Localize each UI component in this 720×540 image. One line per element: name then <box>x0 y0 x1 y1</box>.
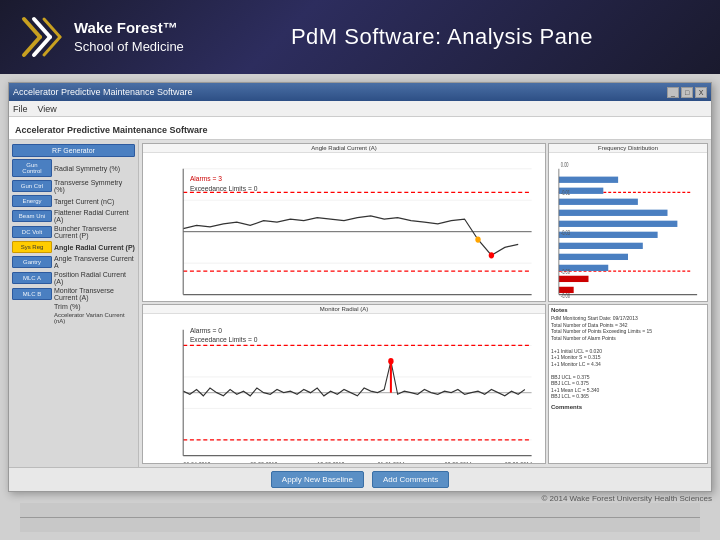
svg-text:06-04-2013: 06-04-2013 <box>183 462 210 464</box>
sidebar-btn-energy[interactable]: Energy <box>12 195 52 207</box>
svg-text:09-22-2013: 09-22-2013 <box>250 300 277 302</box>
svg-point-59 <box>388 358 393 364</box>
svg-text:02-20-2014: 02-20-2014 <box>438 300 466 302</box>
svg-text:08-24-2013: 08-24-2013 <box>183 300 210 302</box>
sidebar-row-mlca: MLC A Position Radial Current (A) <box>12 271 135 285</box>
copyright-text: © 2014 Wake Forest University Health Sci… <box>8 494 712 503</box>
comments-title: Comments <box>551 404 705 410</box>
sidebar-row-mlcb: MLC B Monitor Transverse Current (A) <box>12 287 135 301</box>
maximize-button[interactable]: □ <box>681 87 693 98</box>
logo-text: Wake Forest™ School of Medicine <box>74 17 184 56</box>
top-chart-title: Angle Radial Current (A) <box>143 144 545 153</box>
sidebar-btn-radial-symmetry[interactable]: Gun Control <box>12 159 52 177</box>
app-title-bar: Accelerator Predictive Maintenance Softw… <box>9 117 711 140</box>
sidebar-btn-gantry[interactable]: Gantry <box>12 256 52 268</box>
sidebar-label-angle-trans: Angle Transverse Current A <box>54 255 135 269</box>
svg-text:Exceedance Limits = 0: Exceedance Limits = 0 <box>190 183 258 193</box>
sidebar-label-transverse: Transverse Symmetry (%) <box>54 179 135 193</box>
menu-view[interactable]: View <box>38 104 57 114</box>
svg-rect-39 <box>559 254 628 260</box>
svg-text:-0.01: -0.01 <box>561 189 570 196</box>
svg-text:-0.03: -0.03 <box>561 229 570 236</box>
freq-dist-title: Frequency Distribution <box>549 144 707 153</box>
notes-title: Notes <box>551 307 705 313</box>
logo-line1: Wake Forest™ <box>74 17 184 38</box>
svg-rect-36 <box>559 221 678 227</box>
software-window: Accelerator Predictive Maintenance Softw… <box>8 82 712 492</box>
bottom-chart-title: Monitor Radial (A) <box>143 305 545 314</box>
sidebar-row-accel: Accelerator Varian Current (nA) <box>12 312 135 324</box>
logo-area: Wake Forest™ School of Medicine <box>20 15 184 59</box>
sidebar-btn-mlcb[interactable]: MLC B <box>12 288 52 300</box>
wfu-logo-icon <box>20 15 64 59</box>
svg-text:11-12-2013: 11-12-2013 <box>317 300 344 302</box>
footer <box>20 503 700 532</box>
svg-text:09-22-2013: 09-22-2013 <box>250 462 277 464</box>
apply-baseline-button[interactable]: Apply New Baseline <box>271 471 364 488</box>
sidebar-label-angle-radial: Angle Radial Current (P) <box>54 244 135 251</box>
svg-text:0.00: 0.00 <box>561 161 569 168</box>
svg-rect-37 <box>559 232 658 238</box>
logo-line2: School of Medicine <box>74 38 184 56</box>
sidebar-row-beam: Beam Uni Flattener Radial Current (A) <box>12 209 135 223</box>
notes-panel: Notes PdM Monitoring Start Date: 09/17/2… <box>548 304 708 463</box>
window-title: Accelerator Predictive Maintenance Softw… <box>13 87 193 97</box>
svg-point-17 <box>489 252 494 258</box>
sidebar-btn-sysreg[interactable]: Sys Reg <box>12 241 52 253</box>
freq-dist-chart: Frequency Distribution <box>548 143 708 302</box>
sidebar-btn-gun[interactable]: Gun Ctrl <box>12 180 52 192</box>
svg-text:-0.06: -0.06 <box>561 292 570 299</box>
sidebar-row-sysreg: Sys Reg Angle Radial Current (P) <box>12 241 135 253</box>
svg-text:Alarms = 0: Alarms = 0 <box>190 326 222 336</box>
svg-rect-35 <box>559 210 668 216</box>
minimize-button[interactable]: _ <box>667 87 679 98</box>
header: Wake Forest™ School of Medicine PdM Soft… <box>0 0 720 74</box>
sidebar-label-radial: Radial Symmetry (%) <box>54 165 135 172</box>
svg-text:07-20-2014: 07-20-2014 <box>505 462 533 464</box>
app-title: Accelerator Predictive Maintenance Softw… <box>15 125 208 135</box>
notes-content: PdM Monitoring Start Date: 09/17/2013 To… <box>551 315 705 400</box>
top-chart-svg: Alarms = 3 Exceedance Limits = 0 08-24-2… <box>143 153 545 302</box>
close-button[interactable]: X <box>695 87 707 98</box>
sidebar-btn-beam[interactable]: Beam Uni <box>12 210 52 222</box>
svg-rect-38 <box>559 243 643 249</box>
svg-text:Exceedance Limits = 0: Exceedance Limits = 0 <box>190 335 258 345</box>
sidebar-label-position: Position Radial Current (A) <box>54 271 135 285</box>
svg-point-16 <box>475 236 480 242</box>
sidebar: RF Generator Gun Control Radial Symmetry… <box>9 140 139 467</box>
sidebar-label-accel: Accelerator Varian Current (nA) <box>12 312 135 324</box>
app-body: RF Generator Gun Control Radial Symmetry… <box>9 140 711 467</box>
sidebar-btn-rf-generator[interactable]: RF Generator <box>12 144 135 157</box>
menu-file[interactable]: File <box>13 104 28 114</box>
sidebar-btn-dc[interactable]: DC Volt <box>12 226 52 238</box>
bottom-main-chart: Monitor Radial (A) <box>142 304 546 463</box>
footer-divider <box>20 517 700 518</box>
sidebar-btn-mlca[interactable]: MLC A <box>12 272 52 284</box>
svg-text:01-01-2014: 01-01-2014 <box>378 300 406 302</box>
svg-text:03-28-2014: 03-28-2014 <box>445 462 473 464</box>
sidebar-row-trim: Trim (%) <box>12 303 135 310</box>
window-controls: _ □ X <box>667 87 707 98</box>
svg-rect-32 <box>559 177 618 183</box>
page-title: PdM Software: Analysis Pane <box>184 24 700 50</box>
sidebar-label-trim: Trim (%) <box>12 303 135 310</box>
svg-text:07-30-2014: 07-30-2014 <box>498 300 526 302</box>
bottom-chart-svg: Alarms = 0 Exceedance Limits = 0 06-04-2… <box>143 314 545 463</box>
sidebar-row-radial: Gun Control Radial Symmetry (%) <box>12 159 135 177</box>
add-comments-button[interactable]: Add Comments <box>372 471 449 488</box>
menu-bar: File View <box>9 101 711 117</box>
sidebar-label-flattener: Flattener Radial Current (A) <box>54 209 135 223</box>
main-content: Accelerator Predictive Maintenance Softw… <box>0 74 720 540</box>
sidebar-row-dc: DC Volt Buncher Transverse Current (P) <box>12 225 135 239</box>
svg-text:13-02-2013: 13-02-2013 <box>317 462 344 464</box>
sidebar-label-monitor-trans: Monitor Transverse Current (A) <box>54 287 135 301</box>
svg-rect-41 <box>559 276 589 282</box>
sidebar-label-target: Target Current (nC) <box>54 198 135 205</box>
svg-rect-34 <box>559 199 638 205</box>
svg-text:Alarms = 3: Alarms = 3 <box>190 174 222 184</box>
top-main-chart: Angle Radial Current (A) <box>142 143 546 302</box>
sidebar-label-buncher: Buncher Transverse Current (P) <box>54 225 135 239</box>
window-titlebar: Accelerator Predictive Maintenance Softw… <box>9 83 711 101</box>
freq-dist-svg: 0.00 -0.01 -0.03 -0.06 -0.06 <box>549 153 707 302</box>
chart-area: Angle Radial Current (A) <box>139 140 711 467</box>
